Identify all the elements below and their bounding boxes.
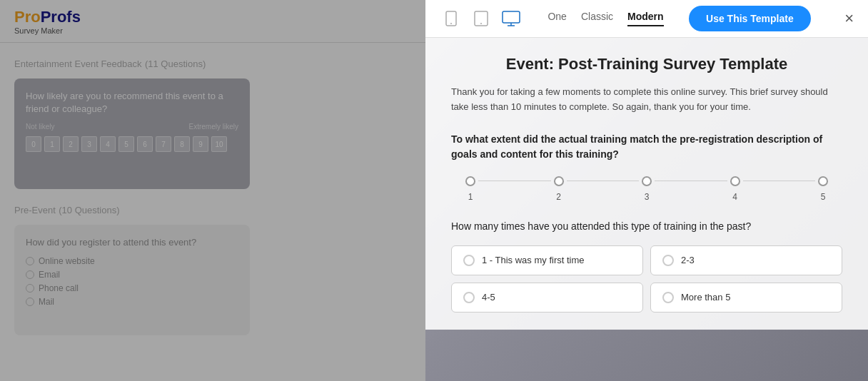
- answer-options: 1 - This was my first time 2-3 4-5 More …: [451, 245, 842, 313]
- scale-dot-1: [465, 176, 475, 186]
- scale-dot-5: [818, 176, 828, 186]
- svg-point-1: [450, 23, 452, 24]
- scale-label-1: 1: [468, 192, 473, 202]
- answer-option-3[interactable]: 4-5: [451, 283, 643, 313]
- close-button[interactable]: ×: [844, 11, 854, 26]
- tab-classic[interactable]: Classic: [581, 11, 613, 26]
- option-radio-1: [463, 255, 475, 266]
- survey-description: Thank you for taking a few moments to co…: [451, 85, 842, 115]
- scale-point-4: 4: [730, 176, 740, 202]
- answer-option-2[interactable]: 2-3: [650, 245, 842, 275]
- scale-point-2: 2: [554, 176, 564, 202]
- survey-question2: How many times have you attended this ty…: [451, 219, 842, 234]
- tab-one[interactable]: One: [547, 11, 566, 26]
- view-tabs: One Classic Modern: [547, 11, 663, 26]
- scale-container: 1 2 3 4: [451, 176, 842, 202]
- scale-line-2-3: [567, 181, 640, 181]
- use-template-button[interactable]: Use This Template: [689, 6, 811, 31]
- scale-point-3: 3: [642, 176, 652, 202]
- scale-label-4: 4: [732, 192, 737, 202]
- device-tabs: [440, 7, 523, 30]
- scale-dot-4: [730, 176, 740, 186]
- svg-point-3: [480, 23, 482, 24]
- scale-point-5: 5: [818, 176, 828, 202]
- scale-label-3: 3: [645, 192, 650, 202]
- option-radio-2: [662, 255, 674, 266]
- phone-device-icon[interactable]: [440, 7, 463, 30]
- svg-rect-4: [503, 11, 520, 23]
- survey-background: Event: Post-Training Survey Template Tha…: [425, 38, 868, 381]
- scale-line-4-5: [743, 181, 816, 181]
- scale-line-1-2: [478, 181, 551, 181]
- scale-label-2: 2: [556, 192, 561, 202]
- modal-header-bar: One Classic Modern Use This Template ×: [425, 0, 868, 38]
- survey-content: Event: Post-Training Survey Template Tha…: [425, 38, 868, 330]
- tab-modern[interactable]: Modern: [627, 11, 664, 26]
- option-label-3: 4-5: [482, 292, 495, 303]
- answer-option-1[interactable]: 1 - This was my first time: [451, 245, 643, 275]
- answer-option-4[interactable]: More than 5: [650, 283, 842, 313]
- option-radio-3: [463, 292, 475, 303]
- survey-title: Event: Post-Training Survey Template: [451, 55, 842, 73]
- desktop-device-icon[interactable]: [500, 7, 523, 30]
- option-radio-4: [662, 292, 674, 303]
- option-label-4: More than 5: [681, 292, 730, 303]
- option-label-1: 1 - This was my first time: [482, 255, 585, 265]
- scale-line-3-4: [655, 181, 727, 181]
- scale-dot-3: [642, 176, 652, 186]
- modal-panel: One Classic Modern Use This Template × E…: [425, 0, 868, 381]
- scale-dot-2: [554, 176, 564, 186]
- scale-label-5: 5: [821, 192, 826, 202]
- survey-question1: To what extent did the actual training m…: [451, 132, 842, 162]
- modal-body: Event: Post-Training Survey Template Tha…: [425, 38, 868, 381]
- tablet-device-icon[interactable]: [470, 7, 493, 30]
- scale-point-1: 1: [465, 176, 475, 202]
- option-label-2: 2-3: [681, 255, 695, 265]
